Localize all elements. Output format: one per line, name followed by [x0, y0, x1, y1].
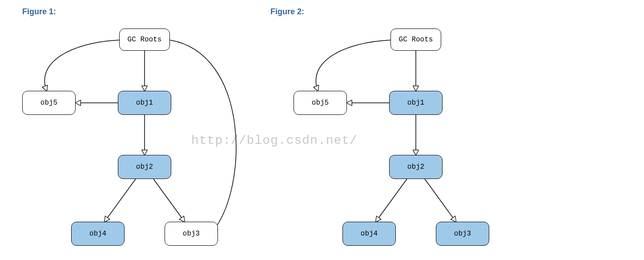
figure1-title: Figure 1:: [22, 7, 56, 16]
fig2-node-obj5: obj5: [294, 91, 347, 115]
fig1-node-obj1: obj1: [118, 91, 171, 115]
watermark-text: http://blog.csdn.net/: [191, 134, 358, 147]
fig1-node-obj4: obj4: [71, 222, 125, 246]
fig1-node-obj2: obj2: [118, 155, 171, 179]
fig2-node-obj2: obj2: [389, 155, 443, 179]
fig1-node-obj3: obj3: [165, 222, 218, 246]
svg-line-8: [425, 179, 456, 222]
svg-line-3: [153, 179, 185, 222]
fig2-node-obj4: obj4: [342, 222, 396, 246]
fig2-node-gcroots: GC Roots: [390, 28, 441, 51]
fig1-node-gcroots: GC Roots: [119, 28, 170, 51]
svg-line-7: [376, 179, 407, 222]
fig1-node-obj5: obj5: [22, 91, 76, 115]
fig2-node-obj3: obj3: [436, 222, 489, 246]
edges-layer: [0, 0, 644, 260]
svg-line-2: [105, 179, 136, 222]
figure2-title: Figure 2:: [270, 7, 304, 16]
fig2-node-obj1: obj1: [389, 91, 443, 115]
